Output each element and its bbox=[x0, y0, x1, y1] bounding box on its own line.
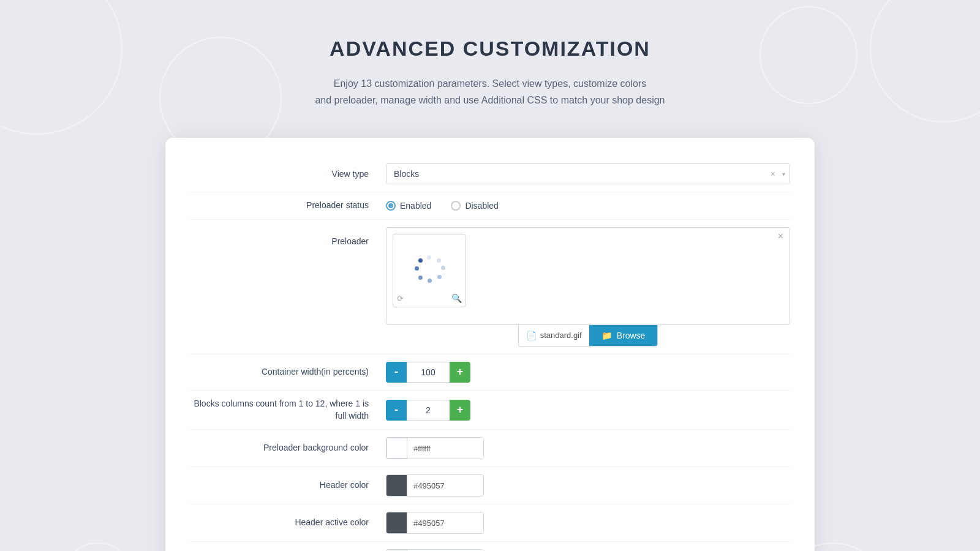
preloader-file-row: 📄 standard.gif 📁 Browse bbox=[518, 325, 658, 347]
header-active-color-input[interactable] bbox=[407, 512, 484, 533]
preloader-row: Preloader × bbox=[190, 220, 790, 354]
file-icon: 📄 bbox=[526, 331, 537, 340]
header-bg-color-row: Header background color bbox=[190, 542, 790, 551]
enabled-radio-label[interactable]: Enabled bbox=[386, 201, 431, 211]
browse-folder-icon: 📁 bbox=[601, 331, 612, 340]
disabled-radio-dot bbox=[451, 201, 461, 211]
header-color-row: Header color bbox=[190, 467, 790, 504]
blocks-columns-plus-btn[interactable]: + bbox=[450, 400, 470, 421]
preloader-image-thumb: ⟳ 🔍 bbox=[393, 234, 466, 307]
enabled-radio-text: Enabled bbox=[400, 201, 431, 211]
preloader-bg-color-row: Preloader background color bbox=[190, 430, 790, 467]
container-width-label: Container width(in percents) bbox=[190, 366, 386, 378]
settings-card: View type Blocks List Grid × ▾ Preloader… bbox=[165, 138, 815, 551]
preloader-label: Preloader bbox=[190, 227, 386, 248]
upload-icon: ⟳ bbox=[397, 294, 404, 303]
view-type-row: View type Blocks List Grid × ▾ bbox=[190, 156, 790, 192]
blocks-columns-control: - + bbox=[386, 400, 470, 421]
blocks-columns-minus-btn[interactable]: - bbox=[386, 400, 407, 421]
spinner bbox=[414, 255, 445, 286]
preloader-status-label: Preloader status bbox=[190, 200, 386, 212]
filename-text: standard.gif bbox=[540, 331, 582, 340]
view-type-select[interactable]: Blocks List Grid bbox=[386, 163, 790, 184]
preloader-close-btn[interactable]: × bbox=[778, 231, 783, 241]
browse-label: Browse bbox=[617, 331, 646, 340]
disabled-radio-text: Disabled bbox=[465, 201, 498, 211]
preloader-bg-color-input[interactable] bbox=[407, 438, 484, 459]
preloader-status-row: Preloader status Enabled Disabled bbox=[190, 192, 790, 220]
header-active-color-control bbox=[386, 512, 484, 534]
container-width-minus-btn[interactable]: - bbox=[386, 362, 407, 383]
browse-button[interactable]: 📁 Browse bbox=[589, 325, 658, 346]
preloader-bg-color-control bbox=[386, 437, 484, 459]
blocks-columns-label: Blocks columns count from 1 to 12, where… bbox=[190, 398, 386, 422]
view-type-select-wrapper: Blocks List Grid × ▾ bbox=[386, 163, 790, 184]
header-active-color-swatch[interactable] bbox=[386, 512, 407, 533]
view-type-label: View type bbox=[190, 168, 386, 181]
select-arrow-icon: ▾ bbox=[782, 171, 785, 178]
preloader-upload-box: × ⟳ 🔍 bbox=[386, 227, 790, 325]
header-color-label: Header color bbox=[190, 479, 386, 492]
disabled-radio-label[interactable]: Disabled bbox=[451, 201, 498, 211]
select-clear-icon[interactable]: × bbox=[771, 169, 775, 179]
preloader-status-radio-group: Enabled Disabled bbox=[386, 201, 499, 211]
header-active-color-row: Header active color bbox=[190, 504, 790, 542]
page-subtitle: Enjoy 13 customization parameters. Selec… bbox=[315, 75, 665, 108]
preloader-bg-color-swatch[interactable] bbox=[386, 438, 407, 459]
container-width-input[interactable] bbox=[407, 362, 450, 383]
preloader-filename: 📄 standard.gif bbox=[519, 326, 589, 345]
blocks-columns-row: Blocks columns count from 1 to 12, where… bbox=[190, 391, 790, 430]
zoom-icon: 🔍 bbox=[451, 293, 462, 303]
container-width-row: Container width(in percents) - + bbox=[190, 354, 790, 391]
header-color-control bbox=[386, 474, 484, 497]
preloader-bg-color-label: Preloader background color bbox=[190, 442, 386, 454]
header-color-input[interactable] bbox=[407, 475, 484, 496]
page-title: ADVANCED CUSTOMIZATION bbox=[330, 37, 650, 61]
container-width-control: - + bbox=[386, 362, 470, 383]
header-active-color-label: Header active color bbox=[190, 517, 386, 529]
blocks-columns-input[interactable] bbox=[407, 400, 450, 421]
container-width-plus-btn[interactable]: + bbox=[450, 362, 470, 383]
header-color-swatch[interactable] bbox=[386, 475, 407, 496]
enabled-radio-dot bbox=[386, 201, 396, 211]
